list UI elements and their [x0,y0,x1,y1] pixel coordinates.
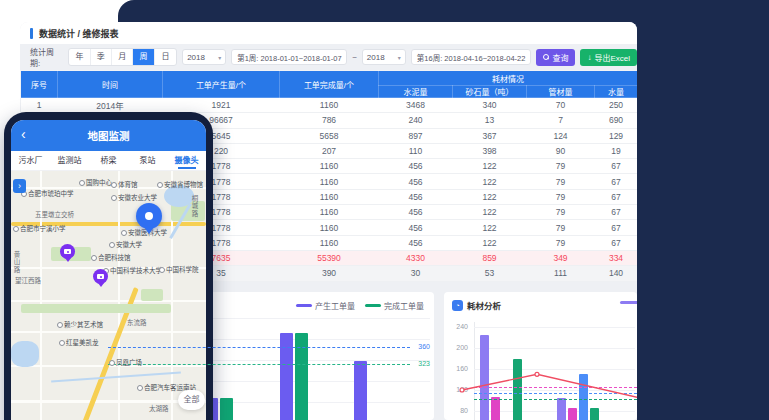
table-cell: 13 [453,113,527,128]
table-cell: 786 [280,113,379,128]
back-icon[interactable]: ‹ [21,127,26,141]
table-cell: 79 [527,235,595,250]
table-cell: 390 [280,266,379,281]
gridline [474,327,635,328]
table-cell: 67 [595,205,638,220]
map-label: 合肥科技馆 [91,252,131,262]
map-label: 国购中心 [79,177,112,187]
table-cell: 67 [595,174,638,189]
table-cell: 240 [379,113,453,128]
period-option-year[interactable]: 年 [69,49,90,65]
tab-pump-station[interactable]: 泵站 [128,151,167,170]
show-all-button[interactable]: 全部 [178,390,205,410]
table-cell: 690 [595,113,638,128]
map-label: 安徽农业大学 [111,192,157,202]
y-tick-label: 240 [444,323,468,330]
map-road [118,171,120,420]
table-cell: 1160 [280,174,379,189]
col-header-completed: 工单完成量/个 [280,71,379,98]
breadcrumb: 数据统计 / 维修报表 [39,27,119,40]
period-option-month[interactable]: 月 [112,49,133,65]
table-cell: 1921 [163,98,280,113]
period-option-quarter[interactable]: 季 [91,49,112,65]
map-label: 凤凰广场 [109,357,142,367]
breadcrumb-accent-bar [30,28,33,39]
period-option-day[interactable]: 日 [155,49,176,65]
legend-item[interactable]: 完成工单量 [365,300,424,311]
map-park [141,289,163,301]
table-cell: 897 [379,128,453,143]
table-cell: 67 [595,159,638,174]
reference-line [108,347,410,348]
reference-line [474,393,637,394]
consumables-chart-card: ◔ 耗材分析 2402001601208040 [444,292,637,420]
map-lake [11,341,39,367]
map-park [21,304,171,313]
table-cell: 456 [379,205,453,220]
start-week-input[interactable]: 第1周: 2018-01-01~2018-01-07 [231,49,347,65]
end-year-select[interactable]: 2018 ▾ [362,49,406,65]
table-cell: 53 [453,266,527,281]
camera-pin[interactable] [93,269,108,284]
period-option-week[interactable]: 周 [133,49,154,65]
table-cell: 334 [595,250,638,265]
tab-bridge[interactable]: 桥梁 [89,151,128,170]
tab-sewage-plant[interactable]: 污水厂 [11,151,50,170]
end-week-input[interactable]: 第16周: 2018-04-16~2018-04-22 [411,49,532,65]
y-tick-label: 200 [444,344,468,351]
table-row: 12014年19211160346834070250 [21,98,638,113]
map-label: 合肥市宁溪小学 [13,223,66,233]
start-year-select[interactable]: 2018 ▾ [182,49,226,65]
table-cell: 349 [527,250,595,265]
map-view[interactable]: › 全部 国购中心合肥市琥珀中学体育馆安徽省博物馆安徽农业大学五里墩立交桥安徽医… [11,171,206,420]
y-axis-line [474,322,475,420]
map-label: 五里墩立交桥 [35,209,74,219]
screenshot-stage: 数据统计 / 维修报表 统计周期: 年 季 月 周 日 2018 ▾ 第1周: … [0,0,769,420]
phone-screen: ‹ 地图监测 污水厂 监测站 桥梁 泵站 摄像头 [11,120,206,420]
bar-完成工单量 [220,398,233,420]
subcol-header-2: 砂石量（吨） [453,86,527,98]
tab-monitor-station[interactable]: 监测站 [50,151,89,170]
table-cell: 456 [379,220,453,235]
export-excel-button[interactable]: ↓ 导出Excel [580,49,637,66]
query-button[interactable]: 查询 [536,49,575,66]
table-cell: 67 [595,235,638,250]
table-cell: 79 [527,159,595,174]
map-expander-button[interactable]: › [13,179,26,193]
trend-line-layer [444,292,637,420]
table-cell: 110 [379,143,453,158]
table-cell: 2014年 [58,98,163,113]
consumable-bar [568,408,577,420]
camera-icon [97,274,104,279]
table-cell: 398 [453,143,527,158]
selected-location-pin[interactable] [136,203,162,229]
table-cell: 456 [379,174,453,189]
reference-value: 360 [418,343,430,350]
legend-dash-icon [365,304,381,307]
filter-bar: 统计周期: 年 季 月 周 日 2018 ▾ 第1周: 2018-01-01~2… [20,44,637,70]
table-cell: 7 [527,113,595,128]
map-label: 望江西路 [15,275,41,285]
tab-camera[interactable]: 摄像头 [167,151,206,170]
table-cell: 1 [21,98,58,113]
subcol-header-4: 水量 [595,86,638,98]
table-cell: 124 [527,128,595,143]
bar-产生工单量 [354,361,367,420]
table-cell: 30 [379,266,453,281]
legend-label: 产生工单量 [315,300,355,311]
table-cell: 79 [527,189,595,204]
camera-pin[interactable] [60,244,75,259]
search-icon [543,54,549,60]
table-cell: 122 [453,220,527,235]
pie-chart-icon: ◔ [452,300,463,311]
legend-item[interactable]: 产生工单量 [296,300,355,311]
table-cell: 122 [453,189,527,204]
gridline [474,348,635,349]
table-cell: 19 [595,143,638,158]
consumable-bar [557,398,566,420]
subcol-header-3: 管材量 [527,86,595,98]
y-tick-label: 120 [444,386,468,393]
table-cell: 250 [595,98,638,113]
map-river [51,371,181,382]
table-cell: 122 [453,205,527,220]
